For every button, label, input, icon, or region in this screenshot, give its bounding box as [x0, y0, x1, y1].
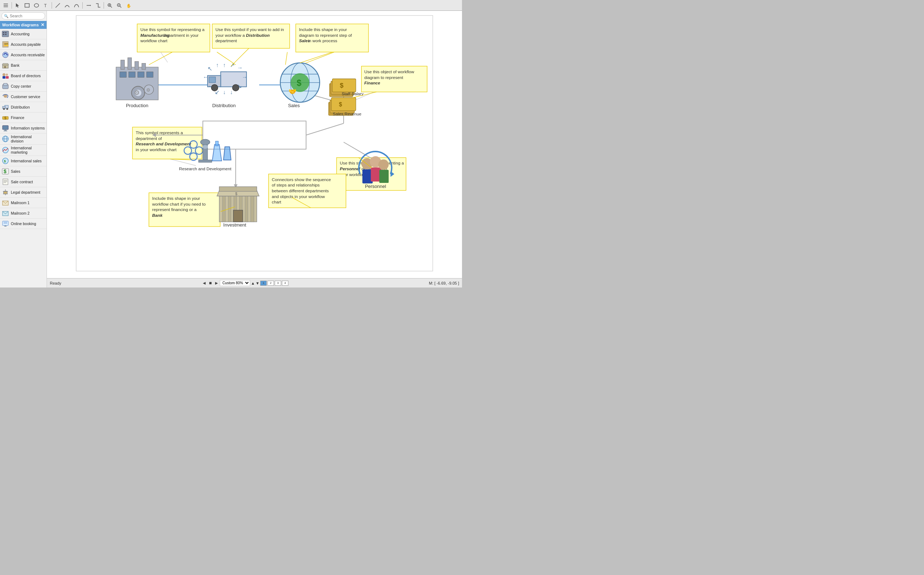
sidebar-item-label-14: Sale contract: [11, 179, 33, 184]
sidebar-item-icon-2: [2, 51, 10, 59]
svg-text:department in your: department in your: [164, 33, 199, 38]
cursor-tool[interactable]: [13, 2, 22, 10]
svg-rect-20: [5, 32, 6, 33]
sidebar-item-international-marketing[interactable]: International marketing: [0, 145, 46, 156]
svg-text:Use this object of workflow: Use this object of workflow: [364, 69, 414, 74]
sidebar-item-accounts-receivable[interactable]: Accounts receivable: [0, 50, 46, 60]
page-indicators: 1 2 3 4: [260, 281, 288, 286]
sidebar-item-international-sales[interactable]: $International sales: [0, 156, 46, 166]
zoom-selector[interactable]: Custom 80% 50% 75% 100% 125%: [220, 280, 250, 286]
bezier-tool[interactable]: [72, 2, 81, 10]
sidebar-item-accounts-payable[interactable]: 💳Accounts payable: [0, 39, 46, 50]
svg-text:←: ←: [203, 74, 208, 80]
line-tool[interactable]: [53, 2, 62, 10]
svg-text:Investment: Investment: [223, 222, 247, 228]
rect-tool[interactable]: [23, 2, 32, 10]
search-icon: 🔍: [4, 14, 8, 18]
svg-rect-0: [3, 3, 8, 4]
sidebar-item-online-booking[interactable]: Online booking: [0, 219, 46, 229]
sidebar-item-mailroom-1[interactable]: Mailroom 1: [0, 198, 46, 208]
sep2: [52, 2, 52, 9]
sidebar-item-icon-18: [2, 220, 10, 228]
sidebar-close-btn[interactable]: ✕: [41, 22, 45, 27]
zoom-out-btn[interactable]: [115, 2, 123, 10]
page-4-indicator[interactable]: 4: [282, 281, 288, 286]
sep1: [11, 2, 12, 9]
svg-rect-130: [121, 60, 124, 70]
sidebar-item-international-division[interactable]: International division: [0, 133, 46, 145]
connector2-tool[interactable]: [94, 2, 102, 10]
navigation-buttons: ◀ ⏹ ▶ Custom 80% 50% 75% 100% 125% ▲ ▼ 1…: [202, 280, 288, 286]
sidebar-item-icon-5: [2, 82, 10, 90]
svg-text:↑: ↑: [223, 62, 226, 68]
sidebar-item-icon-16: [2, 199, 10, 207]
sidebar-item-label-15: Legal department: [11, 190, 40, 194]
sidebar-item-copy-center[interactable]: Copy center: [0, 81, 46, 92]
sidebar-item-label-0: Accounting: [11, 32, 30, 36]
sidebar-item-label-18: Online booking: [11, 221, 36, 226]
sidebar-item-icon-11: [2, 146, 10, 154]
arc-tool[interactable]: [63, 2, 72, 10]
svg-text:$: $: [339, 102, 342, 108]
svg-rect-45: [3, 130, 7, 131]
svg-line-16: [120, 6, 121, 8]
svg-point-39: [3, 108, 5, 110]
zoom-up-btn[interactable]: ▲: [251, 281, 255, 285]
sidebar-item-customer-service[interactable]: Customer service: [0, 92, 46, 102]
text-tool[interactable]: T: [41, 2, 50, 10]
sidebar-item-board-of-directors[interactable]: Board of directors: [0, 71, 46, 81]
sidebar-item-label-5: Copy center: [11, 84, 32, 88]
page-3-indicator[interactable]: 3: [275, 281, 281, 286]
ellipse-tool[interactable]: [32, 2, 41, 10]
sidebar-item-label-7: Distribution: [11, 105, 30, 109]
svg-text:in work process: in work process: [308, 38, 337, 43]
sidebar-list: Accounting💳Accounts payableAccounts rece…: [0, 29, 46, 288]
svg-text:Distribution: Distribution: [212, 103, 236, 108]
connector-tool[interactable]: [84, 2, 93, 10]
sidebar-item-mailroom-2[interactable]: Mailroom 2: [0, 208, 46, 219]
svg-rect-29: [4, 66, 6, 68]
svg-text:→: →: [242, 74, 248, 80]
page-1-indicator[interactable]: 1: [260, 281, 267, 286]
sidebar-title: Workflow diagrams: [2, 23, 39, 27]
svg-text:in your workflow chart: in your workflow chart: [136, 147, 177, 152]
sidebar-item-icon-1: 💳: [2, 40, 10, 48]
svg-point-189: [202, 145, 208, 149]
sidebar-item-distribution[interactable]: Distribution: [0, 102, 46, 113]
stop-btn[interactable]: ⏹: [208, 281, 213, 285]
search-box[interactable]: 🔍: [2, 12, 45, 19]
sidebar-item-sale-contract[interactable]: Sale contract: [0, 177, 46, 187]
sidebar-item-sales[interactable]: $Sales: [0, 166, 46, 177]
svg-rect-195: [223, 196, 226, 222]
sidebar-item-finance[interactable]: $Finance: [0, 113, 46, 123]
svg-text:your workflow a Distribution: your workflow a Distribution: [215, 33, 270, 38]
sidebar-item-icon-17: [2, 209, 10, 217]
zoom-in-btn[interactable]: [105, 2, 114, 10]
prev-page-btn[interactable]: ◀: [202, 281, 207, 285]
sidebar-item-icon-10: [2, 135, 10, 143]
svg-text:Bank: Bank: [152, 213, 163, 218]
sidebar-item-icon-7: [2, 103, 10, 111]
svg-marker-9: [90, 5, 91, 6]
menu-button[interactable]: [2, 2, 10, 10]
sidebar-item-accounting[interactable]: Accounting: [0, 29, 46, 39]
sidebar-item-legal-department[interactable]: Legal department: [0, 187, 46, 198]
svg-point-187: [201, 139, 210, 145]
pan-tool[interactable]: ✋: [124, 2, 133, 10]
next-page-btn[interactable]: ▶: [214, 281, 219, 285]
svg-text:department of: department of: [136, 136, 162, 141]
sidebar-item-icon-12: $: [2, 157, 10, 165]
svg-rect-43: [3, 125, 8, 130]
canvas-area[interactable]: Use this symbol for representing a Manuf…: [47, 11, 462, 288]
sidebar-item-icon-9: [2, 124, 10, 132]
svg-text:Use this symbol for representi: Use this symbol for representing a: [140, 27, 205, 32]
sidebar-item-bank[interactable]: Bank: [0, 60, 46, 71]
sidebar-item-information-systems[interactable]: Information systems: [0, 123, 46, 133]
svg-text:Use this symbol if you want to: Use this symbol if you want to add in: [215, 27, 284, 32]
zoom-down-btn[interactable]: ▼: [256, 281, 259, 285]
main-toolbar: T ✋: [0, 0, 462, 11]
svg-text:$: $: [3, 168, 6, 174]
search-input[interactable]: [10, 14, 43, 18]
sidebar-item-label-10: International division: [11, 135, 45, 143]
page-2-indicator[interactable]: 2: [267, 281, 274, 286]
